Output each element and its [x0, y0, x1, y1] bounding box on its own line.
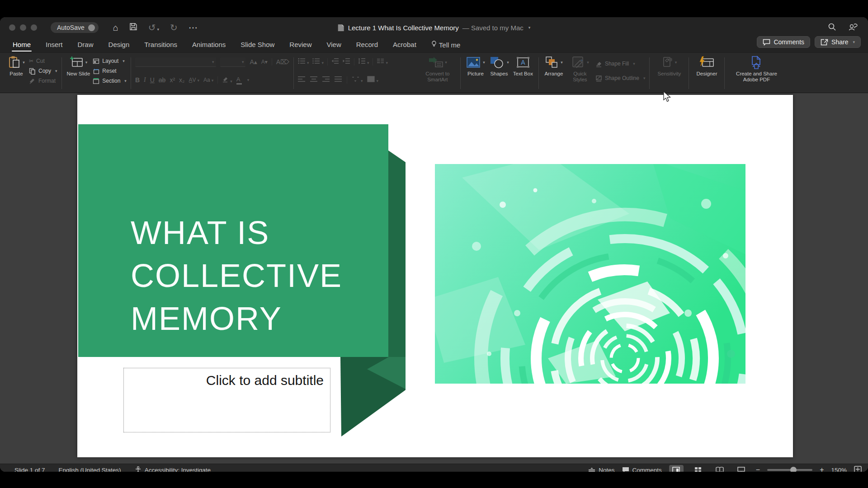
slide-title[interactable]: WHAT IS COLLECTIVE MEMORY: [131, 211, 384, 340]
tab-transitions[interactable]: Transitions: [143, 38, 178, 52]
align-center-button[interactable]: [310, 76, 318, 84]
search-icon[interactable]: [828, 23, 836, 33]
decrease-indent-button[interactable]: [331, 58, 339, 66]
chevron-down-icon: ▾: [55, 69, 57, 73]
subscript-button[interactable]: x₂: [179, 76, 184, 84]
cursor-pointer: [662, 91, 672, 103]
layout-icon: [93, 58, 99, 65]
tab-acrobat[interactable]: Acrobat: [392, 38, 417, 52]
tab-draw[interactable]: Draw: [77, 38, 94, 52]
tab-home[interactable]: Home: [12, 38, 32, 52]
autosave-label: AutoSave: [57, 24, 85, 31]
arrange-button[interactable]: ▾ Arrange: [544, 56, 564, 77]
justify-button[interactable]: [335, 76, 342, 84]
font-color-button[interactable]: A: [236, 75, 242, 85]
slide-indicator[interactable]: Slide 1 of 7: [14, 467, 45, 472]
quick-styles-button[interactable]: ▾ Quick Styles: [567, 56, 593, 83]
chevron-down-icon: ▾: [587, 60, 589, 65]
autosave-toggle[interactable]: AutoSave: [51, 22, 99, 33]
comments-toggle[interactable]: Comments: [622, 467, 662, 472]
character-spacing-button[interactable]: A̲V▾: [189, 77, 200, 83]
tab-design[interactable]: Design: [108, 38, 131, 52]
document-title[interactable]: Lecture 1 What Is Collective Memory — Sa…: [338, 24, 531, 32]
columns-button[interactable]: ▾: [377, 58, 388, 66]
align-text-button[interactable]: ▾: [367, 76, 378, 84]
designer-button[interactable]: Designer: [694, 56, 719, 77]
minimize-window-button[interactable]: [20, 24, 26, 31]
shape-fill-button[interactable]: Shape Fill ▾: [595, 59, 646, 68]
increase-indent-button[interactable]: [343, 58, 350, 66]
save-icon[interactable]: [129, 23, 137, 33]
section-button[interactable]: Section ▾: [93, 76, 127, 85]
increase-font-size-button[interactable]: A▴: [250, 58, 257, 66]
tab-insert[interactable]: Insert: [45, 38, 64, 52]
layout-button[interactable]: Layout ▾: [93, 56, 127, 66]
presence-icon[interactable]: [848, 23, 858, 33]
comments-button[interactable]: Comments: [757, 36, 810, 48]
clear-formatting-button[interactable]: A⌦: [276, 58, 289, 66]
slide-artwork-image[interactable]: [435, 164, 745, 384]
cut-button[interactable]: ✂ Cut: [29, 56, 57, 66]
align-right-button[interactable]: [322, 76, 330, 84]
zoom-window-button[interactable]: [31, 24, 37, 31]
cut-icon: ✂: [29, 58, 33, 64]
more-commands-icon[interactable]: ⋯: [189, 23, 198, 32]
subtitle-placeholder[interactable]: Click to add subtitle: [123, 368, 330, 432]
bullets-button[interactable]: ▾: [298, 58, 309, 66]
change-case-button[interactable]: Aa▾: [203, 77, 213, 83]
font-name-select[interactable]: ▾: [135, 57, 216, 67]
home-icon[interactable]: ⌂: [113, 23, 118, 32]
accessibility-checker[interactable]: Accessibility: Investigate: [135, 466, 211, 472]
text-direction-button[interactable]: ▾: [352, 76, 363, 84]
traffic-lights: [9, 24, 37, 31]
numbering-button[interactable]: ▾: [312, 58, 324, 66]
undo-button[interactable]: ↺▾: [148, 23, 159, 33]
tab-tell-me[interactable]: Tell me: [430, 38, 462, 52]
share-button[interactable]: Share ▾: [815, 36, 861, 48]
convert-smartart-button[interactable]: ▾ Convert to SmartArt: [420, 56, 455, 83]
adobe-pdf-button[interactable]: Create and Share Adobe PDF: [730, 56, 783, 83]
picture-button[interactable]: ▾ Picture: [466, 56, 486, 77]
zoom-level[interactable]: 150%: [831, 467, 847, 472]
slide-sorter-view-button[interactable]: [691, 465, 705, 472]
bold-button[interactable]: B: [135, 76, 140, 84]
decrease-font-size-button[interactable]: A▾: [261, 59, 268, 65]
fit-to-window-button[interactable]: [854, 466, 862, 472]
tab-view[interactable]: View: [326, 38, 342, 52]
line-spacing-button[interactable]: ▾: [358, 58, 369, 66]
tab-review[interactable]: Review: [288, 38, 312, 52]
zoom-slider[interactable]: [767, 469, 812, 471]
tab-animations[interactable]: Animations: [191, 38, 226, 52]
font-size-select[interactable]: ▾: [220, 57, 246, 67]
tab-record[interactable]: Record: [355, 38, 379, 52]
language-selector[interactable]: English (United States): [59, 467, 121, 472]
notes-toggle[interactable]: Notes: [588, 467, 614, 472]
sensitivity-button[interactable]: ▾ Sensitivity: [655, 56, 684, 77]
normal-view-button[interactable]: [669, 465, 684, 472]
text-box-button[interactable]: A Text Box: [513, 56, 533, 77]
shapes-button[interactable]: ▾ Shapes: [489, 56, 509, 77]
reading-view-button[interactable]: [712, 465, 727, 472]
strikethrough-button[interactable]: ab: [159, 76, 166, 84]
format-painter-button[interactable]: Format: [29, 76, 57, 85]
zoom-in-button[interactable]: +: [820, 466, 824, 472]
zoom-out-button[interactable]: −: [756, 466, 760, 472]
adobe-pdf-icon: [750, 56, 763, 69]
redo-icon[interactable]: ↻: [170, 23, 178, 32]
shapes-icon: [489, 56, 505, 69]
slideshow-view-button[interactable]: [734, 465, 749, 472]
new-slide-button[interactable]: ▾ New Slide: [67, 56, 90, 77]
superscript-button[interactable]: x²: [170, 76, 175, 84]
slide-canvas[interactable]: WHAT IS COLLECTIVE MEMORY Click to add s…: [77, 95, 793, 457]
align-left-button[interactable]: [298, 76, 306, 84]
underline-button[interactable]: U: [150, 76, 155, 84]
italic-button[interactable]: I: [144, 76, 146, 84]
paste-button[interactable]: ▾ Paste: [6, 56, 26, 77]
copy-button[interactable]: Copy ▾: [29, 66, 57, 75]
reset-button[interactable]: Reset: [93, 66, 127, 75]
shape-outline-button[interactable]: Shape Outline ▾: [595, 74, 646, 83]
close-window-button[interactable]: [9, 24, 15, 31]
text-highlight-button[interactable]: ▾: [222, 76, 232, 84]
tab-slide-show[interactable]: Slide Show: [240, 38, 275, 52]
zoom-slider-thumb[interactable]: [790, 467, 797, 472]
